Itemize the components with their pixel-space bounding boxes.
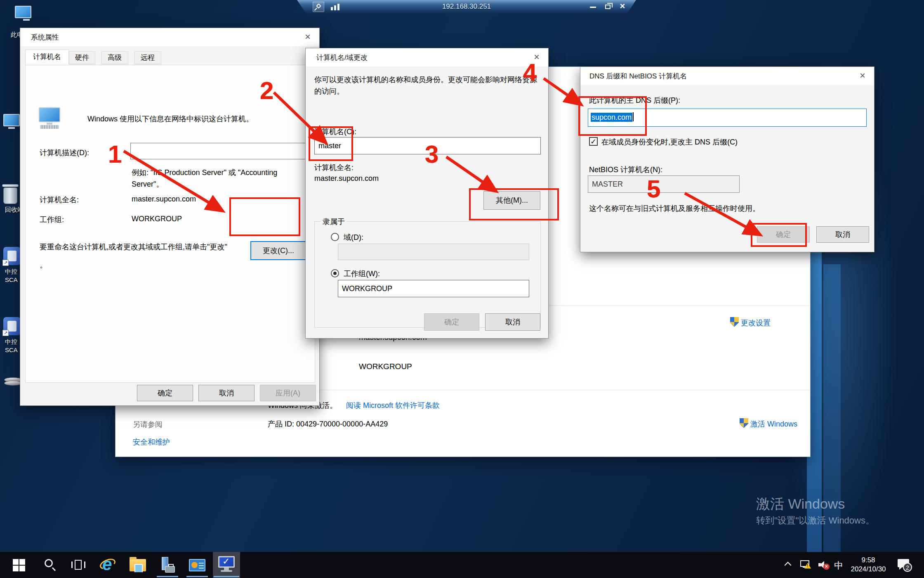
workgroup-radio-label: 工作组(W): [344, 269, 380, 279]
activate-windows-link[interactable]: 激活 Windows [750, 419, 797, 429]
titlebar: DNS 后缀和 NetBIOS 计算机名 × [580, 67, 874, 85]
annotation-step-5: 5 [647, 177, 660, 201]
fullname-value: master.supcon.com [314, 174, 379, 183]
rdp-address-title: 192.168.30.251 [297, 2, 636, 11]
desktop-icon-label: SCA [5, 346, 18, 354]
dialog-title: 系统属性 [31, 33, 59, 42]
desc-hint-line1: 例如: "IIS Production Server" 或 "Accountin… [132, 168, 277, 178]
shortcut-arrow-icon: ↗ [2, 330, 9, 336]
system-window-icon: ✓ [217, 556, 236, 573]
workgroup-label: 工作组: [40, 215, 64, 225]
netbios-name-input[interactable] [588, 175, 740, 193]
desktop-icon-scada-shortcut-2[interactable]: ↗ 中控 SCA [3, 317, 21, 335]
member-of-label: 隶属于 [321, 217, 347, 227]
recycle-bin-icon-lid [2, 184, 19, 187]
taskbar: e ✓ × 中 9:58 2024/10/30 2 [0, 552, 924, 578]
titlebar: 计算机名/域更改 × [306, 48, 548, 66]
annotation-box-change-button [229, 197, 300, 236]
close-icon[interactable]: × [856, 69, 869, 83]
internet-explorer-button[interactable]: e [96, 552, 120, 578]
fullname-value: master.supcon.com [132, 195, 196, 204]
workgroup-radio[interactable] [331, 269, 339, 277]
rename-hint-line1: 要重命名这台计算机,或者更改其域或工作组,请单击"更改" [40, 242, 227, 252]
search-button[interactable] [36, 552, 61, 578]
tray-date: 2024/10/30 [846, 565, 891, 574]
desktop-icon-this-pc[interactable]: 此电脑 [15, 6, 38, 21]
change-button[interactable]: 更改(C)... [250, 241, 306, 260]
tray-action-center[interactable]: 2 [898, 559, 910, 578]
license-terms-link[interactable]: 阅读 Microsoft 软件许可条款 [346, 400, 440, 410]
ok-button[interactable]: 确定 [424, 313, 479, 331]
display-icon [3, 114, 20, 126]
tray-network-status[interactable] [800, 560, 812, 578]
tray-time: 9:58 [846, 556, 891, 565]
system-window-button[interactable]: ✓ [213, 552, 240, 578]
netbios-label: NetBIOS 计算机名(N): [589, 165, 662, 175]
domain-radio-label: 域(D): [344, 232, 363, 242]
notification-icon: 2 [898, 559, 910, 570]
tab-hardware[interactable]: 硬件 [69, 51, 95, 64]
dialog-desc-line2: 的访问。 [314, 86, 344, 96]
annotation-box-dns-suffix [578, 96, 647, 136]
cancel-button[interactable]: 取消 [816, 226, 869, 243]
workgroup-input[interactable] [338, 280, 529, 297]
cancel-button[interactable]: 取消 [198, 385, 255, 401]
tray-ime-indicator[interactable]: 中 [834, 559, 843, 578]
desktop-icon-label: SCA [5, 276, 18, 284]
rdp-minimize-button[interactable] [587, 2, 598, 11]
activate-watermark-title: 激活 Windows [756, 495, 845, 514]
computer-description-input[interactable] [130, 143, 306, 159]
bg-workgroup-value: WORKGROUP [359, 362, 412, 371]
dns-netbios-dialog: DNS 后缀和 NetBIOS 计算机名 × 此计算机的主 DNS 后缀(P):… [580, 66, 874, 252]
desktop-icon-recycle-bin[interactable]: 回收站 [3, 184, 19, 204]
security-maintenance-link[interactable]: 安全和维护 [133, 437, 170, 447]
task-view-button[interactable] [66, 552, 91, 578]
annotation-box-more-button [469, 188, 559, 220]
tab-advanced[interactable]: 高级 [101, 51, 128, 64]
file-explorer-icon [130, 559, 146, 571]
change-settings-link[interactable]: 更改设置 [741, 318, 771, 328]
annotation-step-2: 2 [260, 78, 273, 103]
tab-remote[interactable]: 远程 [134, 51, 161, 64]
dialog-title: DNS 后缀和 NetBIOS 计算机名 [589, 71, 687, 81]
this-pc-icon [15, 6, 31, 18]
server-manager-button[interactable] [155, 552, 180, 578]
activate-watermark-subtitle: 转到"设置"以激活 Windows。 [756, 514, 874, 527]
cancel-button[interactable]: 取消 [485, 313, 540, 331]
file-explorer-button[interactable] [125, 552, 150, 578]
desktop-icon-label: 中控 [5, 268, 17, 275]
tab-computer-name[interactable]: 计算机名 [25, 50, 69, 65]
domain-radio[interactable] [331, 233, 339, 241]
notification-badge: 2 [903, 563, 912, 572]
internet-explorer-icon: e [100, 556, 116, 573]
tray-clock[interactable]: 9:58 2024/10/30 [846, 556, 891, 574]
apply-button[interactable]: 应用(A) [260, 385, 316, 401]
tray-show-hidden-icons[interactable] [785, 563, 790, 578]
scada-app-icon: ↗ [3, 247, 21, 265]
domain-input[interactable] [338, 244, 529, 260]
rdp-connection-bar: 192.168.30.251 × [297, 0, 636, 14]
ok-button[interactable]: 确定 [137, 385, 193, 401]
dns-change-checkbox-label: 在域成员身份变化时,更改主 DNS 后缀(C) [601, 137, 738, 147]
running-app-underline [186, 576, 208, 577]
desktop-icon-scada-shortcut-1[interactable]: ↗ 中控 SCA [3, 247, 21, 265]
rdp-close-button[interactable]: × [617, 2, 628, 11]
rename-hint-line2: 。 [40, 260, 47, 270]
task-view-icon [71, 560, 85, 570]
rdp-restore-button[interactable] [602, 2, 613, 11]
desc-hint-line2: Server"。 [132, 179, 163, 189]
product-id-text: 产品 ID: 00429-70000-00000-AA429 [268, 419, 388, 429]
recycle-bin-icon [3, 187, 17, 204]
netbios-note: 这个名称可在与旧式计算机及服务相互操作时使用。 [589, 204, 760, 213]
dns-change-checkbox[interactable]: ✓ [589, 137, 598, 146]
desktop-icon-display[interactable] [3, 114, 20, 129]
desktop-icon-label: 中控 [5, 338, 17, 346]
scada-app-button[interactable] [185, 552, 210, 578]
start-button[interactable] [7, 552, 31, 578]
annotation-box-computer-name [309, 126, 353, 161]
see-also-heading: 另请参阅 [133, 419, 163, 429]
tray-volume[interactable]: × [818, 560, 829, 578]
display-icon-base [8, 127, 15, 129]
close-icon[interactable]: × [301, 31, 314, 44]
running-app-underline [157, 576, 178, 577]
